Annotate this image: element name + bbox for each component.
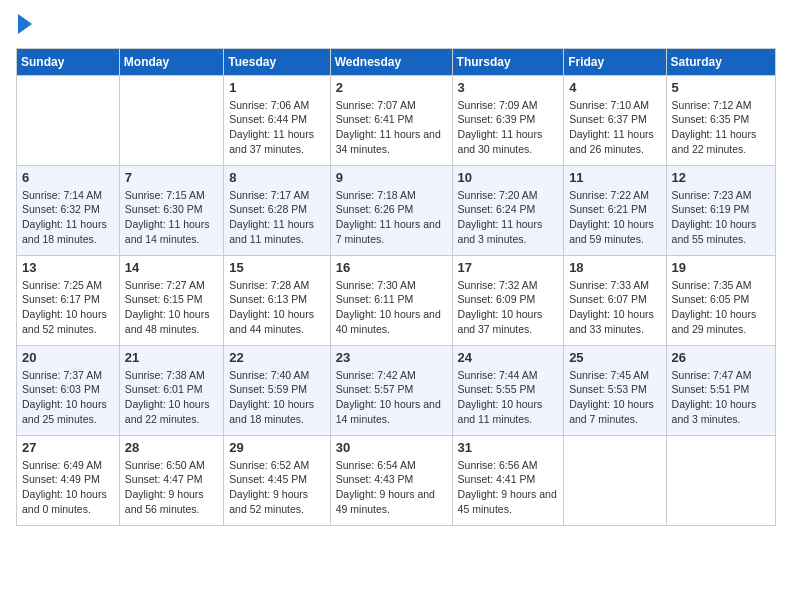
day-info: Sunrise: 7:32 AM Sunset: 6:09 PM Dayligh…	[458, 278, 559, 337]
calendar-cell: 22Sunrise: 7:40 AM Sunset: 5:59 PM Dayli…	[224, 345, 330, 435]
day-number: 9	[336, 170, 447, 185]
calendar-table: SundayMondayTuesdayWednesdayThursdayFrid…	[16, 48, 776, 526]
day-info: Sunrise: 7:27 AM Sunset: 6:15 PM Dayligh…	[125, 278, 218, 337]
calendar-cell: 6Sunrise: 7:14 AM Sunset: 6:32 PM Daylig…	[17, 165, 120, 255]
day-info: Sunrise: 7:20 AM Sunset: 6:24 PM Dayligh…	[458, 188, 559, 247]
calendar-cell: 8Sunrise: 7:17 AM Sunset: 6:28 PM Daylig…	[224, 165, 330, 255]
day-number: 25	[569, 350, 660, 365]
calendar-cell: 5Sunrise: 7:12 AM Sunset: 6:35 PM Daylig…	[666, 75, 775, 165]
day-info: Sunrise: 7:14 AM Sunset: 6:32 PM Dayligh…	[22, 188, 114, 247]
day-number: 13	[22, 260, 114, 275]
day-number: 7	[125, 170, 218, 185]
day-info: Sunrise: 7:42 AM Sunset: 5:57 PM Dayligh…	[336, 368, 447, 427]
day-number: 16	[336, 260, 447, 275]
calendar-cell: 7Sunrise: 7:15 AM Sunset: 6:30 PM Daylig…	[119, 165, 223, 255]
calendar-week-row: 1Sunrise: 7:06 AM Sunset: 6:44 PM Daylig…	[17, 75, 776, 165]
day-number: 29	[229, 440, 324, 455]
day-number: 12	[672, 170, 770, 185]
weekday-header-saturday: Saturday	[666, 48, 775, 75]
calendar-cell: 12Sunrise: 7:23 AM Sunset: 6:19 PM Dayli…	[666, 165, 775, 255]
calendar-cell: 20Sunrise: 7:37 AM Sunset: 6:03 PM Dayli…	[17, 345, 120, 435]
calendar-cell: 9Sunrise: 7:18 AM Sunset: 6:26 PM Daylig…	[330, 165, 452, 255]
day-number: 30	[336, 440, 447, 455]
day-number: 2	[336, 80, 447, 95]
day-number: 22	[229, 350, 324, 365]
day-info: Sunrise: 7:35 AM Sunset: 6:05 PM Dayligh…	[672, 278, 770, 337]
day-number: 14	[125, 260, 218, 275]
day-number: 18	[569, 260, 660, 275]
calendar-cell: 27Sunrise: 6:49 AM Sunset: 4:49 PM Dayli…	[17, 435, 120, 525]
calendar-cell: 25Sunrise: 7:45 AM Sunset: 5:53 PM Dayli…	[564, 345, 666, 435]
day-info: Sunrise: 7:44 AM Sunset: 5:55 PM Dayligh…	[458, 368, 559, 427]
day-info: Sunrise: 7:47 AM Sunset: 5:51 PM Dayligh…	[672, 368, 770, 427]
calendar-cell: 4Sunrise: 7:10 AM Sunset: 6:37 PM Daylig…	[564, 75, 666, 165]
day-info: Sunrise: 7:33 AM Sunset: 6:07 PM Dayligh…	[569, 278, 660, 337]
day-info: Sunrise: 7:15 AM Sunset: 6:30 PM Dayligh…	[125, 188, 218, 247]
day-info: Sunrise: 6:49 AM Sunset: 4:49 PM Dayligh…	[22, 458, 114, 517]
calendar-week-row: 13Sunrise: 7:25 AM Sunset: 6:17 PM Dayli…	[17, 255, 776, 345]
page-header	[16, 16, 776, 36]
weekday-header-monday: Monday	[119, 48, 223, 75]
calendar-cell: 11Sunrise: 7:22 AM Sunset: 6:21 PM Dayli…	[564, 165, 666, 255]
calendar-cell: 31Sunrise: 6:56 AM Sunset: 4:41 PM Dayli…	[452, 435, 564, 525]
calendar-cell	[17, 75, 120, 165]
calendar-cell: 13Sunrise: 7:25 AM Sunset: 6:17 PM Dayli…	[17, 255, 120, 345]
calendar-cell: 15Sunrise: 7:28 AM Sunset: 6:13 PM Dayli…	[224, 255, 330, 345]
day-number: 1	[229, 80, 324, 95]
day-info: Sunrise: 7:45 AM Sunset: 5:53 PM Dayligh…	[569, 368, 660, 427]
calendar-cell	[666, 435, 775, 525]
day-number: 23	[336, 350, 447, 365]
calendar-cell: 2Sunrise: 7:07 AM Sunset: 6:41 PM Daylig…	[330, 75, 452, 165]
logo	[16, 16, 32, 36]
calendar-cell: 18Sunrise: 7:33 AM Sunset: 6:07 PM Dayli…	[564, 255, 666, 345]
day-number: 27	[22, 440, 114, 455]
day-info: Sunrise: 7:10 AM Sunset: 6:37 PM Dayligh…	[569, 98, 660, 157]
calendar-cell: 24Sunrise: 7:44 AM Sunset: 5:55 PM Dayli…	[452, 345, 564, 435]
calendar-cell: 16Sunrise: 7:30 AM Sunset: 6:11 PM Dayli…	[330, 255, 452, 345]
day-info: Sunrise: 7:30 AM Sunset: 6:11 PM Dayligh…	[336, 278, 447, 337]
day-number: 6	[22, 170, 114, 185]
calendar-cell: 26Sunrise: 7:47 AM Sunset: 5:51 PM Dayli…	[666, 345, 775, 435]
calendar-cell: 29Sunrise: 6:52 AM Sunset: 4:45 PM Dayli…	[224, 435, 330, 525]
logo-arrow-icon	[18, 14, 32, 34]
weekday-header-wednesday: Wednesday	[330, 48, 452, 75]
day-info: Sunrise: 7:37 AM Sunset: 6:03 PM Dayligh…	[22, 368, 114, 427]
calendar-cell: 30Sunrise: 6:54 AM Sunset: 4:43 PM Dayli…	[330, 435, 452, 525]
day-info: Sunrise: 6:54 AM Sunset: 4:43 PM Dayligh…	[336, 458, 447, 517]
day-number: 31	[458, 440, 559, 455]
day-number: 17	[458, 260, 559, 275]
day-number: 19	[672, 260, 770, 275]
day-number: 15	[229, 260, 324, 275]
calendar-cell	[119, 75, 223, 165]
calendar-cell: 23Sunrise: 7:42 AM Sunset: 5:57 PM Dayli…	[330, 345, 452, 435]
calendar-cell: 10Sunrise: 7:20 AM Sunset: 6:24 PM Dayli…	[452, 165, 564, 255]
weekday-header-tuesday: Tuesday	[224, 48, 330, 75]
day-info: Sunrise: 7:09 AM Sunset: 6:39 PM Dayligh…	[458, 98, 559, 157]
day-number: 26	[672, 350, 770, 365]
calendar-cell: 28Sunrise: 6:50 AM Sunset: 4:47 PM Dayli…	[119, 435, 223, 525]
day-info: Sunrise: 7:07 AM Sunset: 6:41 PM Dayligh…	[336, 98, 447, 157]
calendar-cell: 3Sunrise: 7:09 AM Sunset: 6:39 PM Daylig…	[452, 75, 564, 165]
day-info: Sunrise: 7:12 AM Sunset: 6:35 PM Dayligh…	[672, 98, 770, 157]
day-number: 10	[458, 170, 559, 185]
day-number: 20	[22, 350, 114, 365]
calendar-cell: 21Sunrise: 7:38 AM Sunset: 6:01 PM Dayli…	[119, 345, 223, 435]
day-info: Sunrise: 7:06 AM Sunset: 6:44 PM Dayligh…	[229, 98, 324, 157]
weekday-header-friday: Friday	[564, 48, 666, 75]
day-number: 24	[458, 350, 559, 365]
day-number: 11	[569, 170, 660, 185]
day-info: Sunrise: 7:40 AM Sunset: 5:59 PM Dayligh…	[229, 368, 324, 427]
calendar-cell: 1Sunrise: 7:06 AM Sunset: 6:44 PM Daylig…	[224, 75, 330, 165]
day-info: Sunrise: 7:17 AM Sunset: 6:28 PM Dayligh…	[229, 188, 324, 247]
calendar-week-row: 20Sunrise: 7:37 AM Sunset: 6:03 PM Dayli…	[17, 345, 776, 435]
day-info: Sunrise: 6:50 AM Sunset: 4:47 PM Dayligh…	[125, 458, 218, 517]
day-info: Sunrise: 7:28 AM Sunset: 6:13 PM Dayligh…	[229, 278, 324, 337]
day-number: 8	[229, 170, 324, 185]
weekday-header-row: SundayMondayTuesdayWednesdayThursdayFrid…	[17, 48, 776, 75]
day-number: 21	[125, 350, 218, 365]
day-info: Sunrise: 7:18 AM Sunset: 6:26 PM Dayligh…	[336, 188, 447, 247]
weekday-header-sunday: Sunday	[17, 48, 120, 75]
day-number: 5	[672, 80, 770, 95]
day-number: 4	[569, 80, 660, 95]
calendar-cell: 17Sunrise: 7:32 AM Sunset: 6:09 PM Dayli…	[452, 255, 564, 345]
